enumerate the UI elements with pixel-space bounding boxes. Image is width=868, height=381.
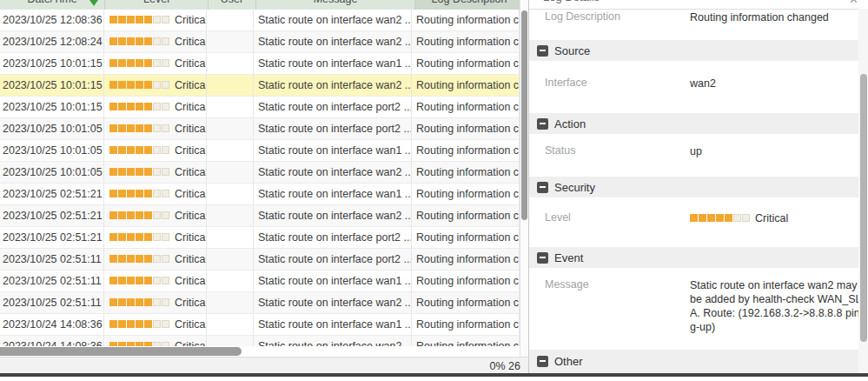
severity-bar-segment — [127, 298, 135, 306]
log-row[interactable]: 2023/10/25 12:08:36CriticalStatic route … — [0, 10, 520, 31]
log-details-title-bar: Log Details ✕ — [529, 0, 868, 10]
severity-bar-segment — [136, 255, 143, 263]
severity-bar-segment — [109, 190, 117, 197]
severity-bar-segment — [162, 37, 169, 45]
severity-bar-segment — [136, 16, 143, 23]
severity-bar-segment — [144, 81, 152, 89]
severity-label: Critical — [175, 118, 207, 139]
log-row[interactable]: 2023/10/25 10:01:15CriticalStatic route … — [0, 75, 520, 97]
column-header-level[interactable]: Level — [105, 0, 209, 10]
collapse-section-icon — [537, 356, 548, 367]
column-header-date-time[interactable]: Date/Time — [0, 0, 105, 10]
severity-bar-segment — [153, 211, 161, 219]
cell-log-description: Routing information changed — [412, 97, 520, 118]
cell-log-description: Routing information changed — [412, 205, 520, 227]
severity-bar — [109, 140, 170, 161]
log-details-body: Log DescriptionRouting information chang… — [529, 0, 868, 373]
cell-level: Critical — [104, 75, 207, 97]
severity-bar — [109, 184, 170, 204]
section-header-source[interactable]: Source — [529, 40, 868, 61]
severity-bar — [109, 162, 170, 183]
section-title: Other — [554, 355, 583, 368]
close-icon[interactable]: ✕ — [849, 0, 858, 5]
log-row[interactable]: 2023/10/25 10:01:05CriticalStatic route … — [0, 140, 520, 162]
severity-bar-segment — [162, 81, 169, 89]
table-horizontal-scrollbar-thumb[interactable] — [0, 347, 242, 356]
log-row[interactable]: 2023/10/25 10:01:15CriticalStatic route … — [0, 53, 520, 75]
cell-level: Critical — [104, 140, 207, 162]
log-row[interactable]: 2023/10/25 02:51:11CriticalStatic route … — [0, 292, 520, 314]
collapse-section-icon — [537, 45, 548, 57]
severity-label: Critical — [755, 212, 788, 224]
field-label: Status — [545, 144, 575, 157]
severity-bar-segment — [118, 298, 126, 306]
severity-bar-segment — [144, 37, 152, 45]
log-row[interactable]: 2023/10/25 02:51:21CriticalStatic route … — [0, 227, 520, 249]
column-header-log-description[interactable]: Log Description — [415, 0, 524, 10]
column-header-message[interactable]: Message — [256, 0, 415, 10]
cell-message: Static route on interface wan1 ... — [254, 53, 412, 75]
severity-bar-segment — [127, 168, 135, 176]
cell-log-description: Routing information changed — [412, 227, 520, 249]
severity-bar-segment — [144, 298, 152, 306]
cell-message: Static route on interface wan2 ... — [254, 10, 412, 31]
severity-bar-segment — [109, 59, 117, 67]
cell-user — [207, 140, 254, 162]
log-row[interactable]: 2023/10/25 02:51:11CriticalStatic route … — [0, 249, 520, 271]
table-vertical-scrollbar-thumb[interactable] — [521, 10, 527, 220]
severity-bar-segment — [136, 146, 143, 154]
log-row[interactable]: 2023/10/25 10:01:15CriticalStatic route … — [0, 97, 520, 118]
section-title: Event — [554, 251, 583, 264]
severity-bar-segment — [118, 124, 126, 132]
severity-bar-segment — [109, 233, 117, 241]
field-label: Interface — [545, 77, 587, 89]
log-row[interactable]: 2023/10/25 02:51:11CriticalStatic route … — [0, 271, 520, 292]
severity-bar-segment — [127, 59, 135, 67]
severity-bar-segment — [153, 81, 161, 89]
pagination-status: 0% 26 — [490, 360, 520, 372]
severity-bar-segment — [162, 233, 169, 241]
severity-bar-segment — [127, 146, 135, 154]
log-row[interactable]: 2023/10/24 14:08:36CriticalStatic route … — [0, 314, 520, 336]
cell-message: Static route on interface wan2 ... — [254, 31, 412, 53]
log-details-title: Log Details — [543, 0, 600, 3]
collapse-section-icon — [537, 182, 548, 193]
severity-bar-segment — [153, 320, 161, 328]
log-row[interactable]: 2023/10/25 02:51:21CriticalStatic route … — [0, 205, 520, 227]
field-label: Message — [545, 278, 589, 291]
section-header-other[interactable]: Other — [529, 350, 868, 373]
table-horizontal-scrollbar[interactable] — [0, 346, 520, 357]
column-header-user[interactable]: User — [209, 0, 256, 10]
table-vertical-scrollbar[interactable] — [520, 0, 528, 357]
severity-bar-segment — [136, 277, 143, 284]
log-row[interactable]: 2023/10/25 02:51:21CriticalStatic route … — [0, 184, 520, 205]
table-body: 2023/10/25 12:08:36CriticalStatic route … — [0, 10, 520, 358]
log-row[interactable]: 2023/10/25 10:01:05CriticalStatic route … — [0, 118, 520, 140]
section-header-action[interactable]: Action — [529, 113, 868, 134]
severity-label: Critical — [175, 53, 207, 74]
severity-bar-segment — [127, 81, 135, 89]
details-vertical-scrollbar-thumb[interactable] — [860, 74, 867, 342]
severity-bar-segment — [109, 146, 117, 154]
field-value: Critical — [690, 211, 864, 225]
severity-bar-segment — [118, 103, 126, 110]
details-vertical-scrollbar[interactable] — [858, 9, 868, 373]
severity-bar-segment — [162, 320, 169, 328]
cell-datetime: 2023/10/25 10:01:15 — [0, 97, 104, 118]
severity-bar-segment — [127, 124, 135, 132]
cell-datetime: 2023/10/25 10:01:05 — [0, 162, 104, 184]
log-row[interactable]: 2023/10/25 10:01:05CriticalStatic route … — [0, 162, 520, 184]
severity-bar-segment — [127, 277, 135, 284]
log-row[interactable]: 2023/10/25 12:08:24CriticalStatic route … — [0, 31, 520, 53]
severity-bar — [109, 249, 170, 270]
section-header-security[interactable]: Security — [529, 177, 868, 197]
section-header-event[interactable]: Event — [529, 247, 868, 268]
cell-datetime: 2023/10/25 10:01:15 — [0, 53, 104, 75]
severity-label: Critical — [175, 75, 207, 96]
severity-bar — [109, 97, 170, 117]
cell-log-description: Routing information changed — [412, 10, 520, 31]
field-value: Routing information changed — [690, 10, 864, 24]
severity-bar-segment — [153, 16, 161, 23]
column-header-label: User — [221, 0, 243, 5]
cell-log-description: Routing information changed — [412, 184, 520, 205]
